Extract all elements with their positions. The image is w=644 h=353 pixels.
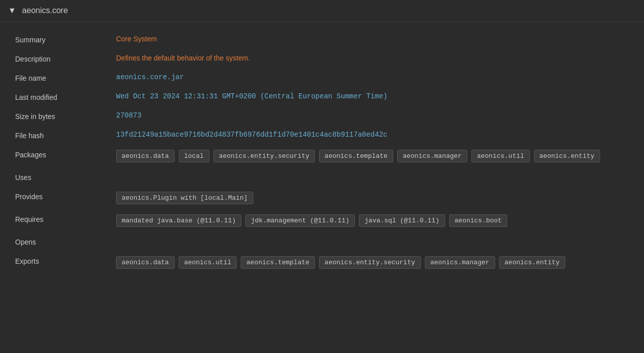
row-filename: File nameaeonics.core.jar <box>0 68 644 87</box>
value-provides: aeonics.Plugin with [local.Main] <box>116 192 629 204</box>
label-summary: Summary <box>15 35 116 44</box>
tag-item: aeonics.entity <box>499 256 565 269</box>
tag-item: aeonics.template <box>241 256 315 269</box>
tag-item: aeonics.boot <box>449 214 508 227</box>
tag-item: aeonics.util <box>179 256 237 269</box>
tag-item: aeonics.Plugin with [local.Main] <box>116 192 253 204</box>
row-packages: Packagesaeonics.datalocalaeonics.entity.… <box>0 145 644 167</box>
tags-exports: aeonics.dataaeonics.utilaeonics.template… <box>116 256 629 269</box>
row-opens: Opens <box>0 232 644 251</box>
label-opens: Opens <box>15 237 116 246</box>
value-lastmodified: Wed Oct 23 2024 12:31:31 GMT+0200 (Centr… <box>116 92 629 100</box>
tag-item: local <box>179 150 209 162</box>
tag-item: aeonics.util <box>471 150 530 162</box>
tag-item: jdk.management (@11.0.11) <box>245 214 355 227</box>
value-requires: mandated java.base (@11.0.11)jdk.managem… <box>116 214 629 227</box>
row-requires: Requiresmandated java.base (@11.0.11)jdk… <box>0 209 644 232</box>
tag-item: aeonics.entity.security <box>213 150 315 162</box>
row-description: DescriptionDefines the default behavior … <box>0 49 644 68</box>
tag-item: aeonics.manager <box>425 256 495 269</box>
tags-requires: mandated java.base (@11.0.11)jdk.managem… <box>116 214 629 227</box>
value-filename: aeonics.core.jar <box>116 73 629 81</box>
value-exports: aeonics.dataaeonics.utilaeonics.template… <box>116 256 629 269</box>
module-title: aeonics.core <box>22 6 68 15</box>
tags-packages: aeonics.datalocalaeonics.entity.security… <box>116 150 629 162</box>
row-lastmodified: Last modifiedWed Oct 23 2024 12:31:31 GM… <box>0 87 644 106</box>
tag-item: aeonics.data <box>116 150 175 162</box>
tag-item: java.sql (@11.0.11) <box>359 214 445 227</box>
row-provides: Providesaeonics.Plugin with [local.Main] <box>0 187 644 209</box>
content-area: SummaryCore SystemDescriptionDefines the… <box>0 22 644 282</box>
row-summary: SummaryCore System <box>0 30 644 49</box>
label-filehash: File hash <box>15 131 116 140</box>
label-requires: Requires <box>15 214 116 223</box>
row-uses: Uses <box>0 167 644 187</box>
chevron-icon[interactable]: ▼ <box>8 6 16 15</box>
value-filehash: 13fd21249a15bace9716bd2d4837fb6976dd1f1d… <box>116 131 629 139</box>
row-exports: Exportsaeonics.dataaeonics.utilaeonics.t… <box>0 251 644 274</box>
row-sizeinbytes: Size in bytes270873 <box>0 106 644 126</box>
tag-item: aeonics.template <box>319 150 393 162</box>
value-summary: Core System <box>116 35 629 43</box>
tag-item: aeonics.data <box>116 256 175 269</box>
value-description: Defines the default behavior of the syst… <box>116 54 629 62</box>
tag-item: aeonics.entity <box>534 150 600 162</box>
label-description: Description <box>15 54 116 63</box>
label-sizeinbytes: Size in bytes <box>15 111 116 121</box>
module-header: ▼ aeonics.core <box>0 0 644 22</box>
tags-provides: aeonics.Plugin with [local.Main] <box>116 192 629 204</box>
value-sizeinbytes: 270873 <box>116 111 629 120</box>
label-packages: Packages <box>15 150 116 159</box>
tag-item: aeonics.manager <box>397 150 467 162</box>
label-provides: Provides <box>15 192 116 201</box>
label-lastmodified: Last modified <box>15 92 116 101</box>
tag-item: aeonics.entity.security <box>319 256 420 269</box>
value-packages: aeonics.datalocalaeonics.entity.security… <box>116 150 629 162</box>
label-uses: Uses <box>15 172 116 182</box>
label-exports: Exports <box>15 256 116 265</box>
tag-item: mandated java.base (@11.0.11) <box>116 214 241 227</box>
row-filehash: File hash13fd21249a15bace9716bd2d4837fb6… <box>0 126 644 145</box>
label-filename: File name <box>15 73 116 82</box>
